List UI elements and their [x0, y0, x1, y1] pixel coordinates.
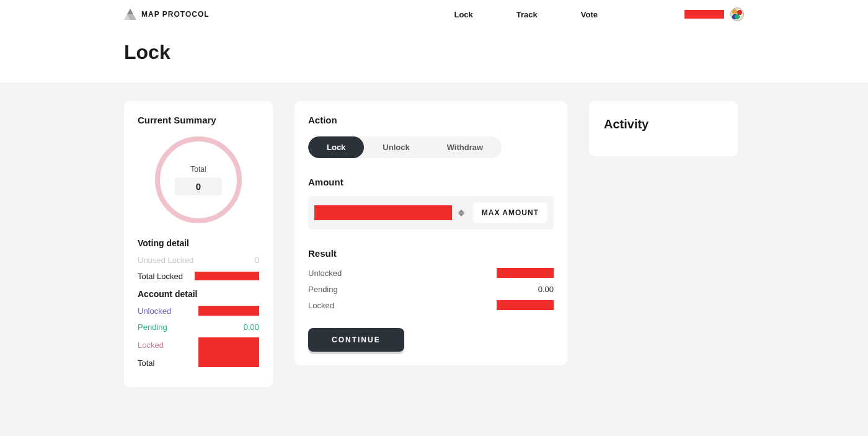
- action-heading: Action: [308, 115, 554, 125]
- topbar: MAP PROTOCOL Lock Track Vote: [124, 0, 744, 29]
- page-title: Lock: [124, 41, 744, 64]
- unused-locked-value: 0: [255, 256, 259, 265]
- summary-card: Current Summary Total 0 Voting detail Un…: [124, 101, 273, 387]
- logo-icon: [124, 9, 136, 20]
- amount-stepper[interactable]: [458, 210, 467, 216]
- total-locked-label: Total Locked: [138, 272, 183, 281]
- result-locked-label: Locked: [308, 301, 334, 310]
- tab-unlock[interactable]: Unlock: [364, 136, 428, 158]
- chevron-up-icon[interactable]: [458, 210, 464, 213]
- tab-withdraw[interactable]: Withdraw: [428, 136, 502, 158]
- nav-lock[interactable]: Lock: [454, 10, 472, 19]
- amount-input-redacted[interactable]: [314, 205, 452, 220]
- result-pending-value: 0.00: [538, 285, 554, 294]
- result-heading: Result: [308, 248, 554, 259]
- result-unlocked-value-redacted: [497, 268, 554, 278]
- total-ring: Total 0: [155, 136, 242, 223]
- action-tabs: Lock Unlock Withdraw: [308, 136, 502, 158]
- page-title-wrap: Lock: [124, 41, 744, 64]
- tab-lock[interactable]: Lock: [308, 136, 364, 158]
- unused-locked-label: Unused Locked: [138, 256, 193, 265]
- ring-label: Total: [190, 165, 206, 174]
- avatar-icon: [730, 7, 744, 21]
- account-pending-label: Pending: [138, 323, 167, 332]
- result-locked-value-redacted: [497, 300, 554, 310]
- max-amount-button[interactable]: MAX AMOUNT: [473, 202, 547, 223]
- nav-vote[interactable]: Vote: [581, 10, 598, 19]
- result-pending-label: Pending: [308, 285, 338, 294]
- summary-heading: Current Summary: [138, 115, 259, 125]
- chevron-down-icon[interactable]: [458, 213, 464, 216]
- nav-track[interactable]: Track: [516, 10, 538, 19]
- account-locked-label: Locked: [138, 340, 164, 350]
- account-detail-heading: Account detail: [138, 289, 259, 299]
- action-card: Action Lock Unlock Withdraw Amount MAX A…: [294, 101, 567, 365]
- result-list: Unlocked Pending 0.00 Locked: [308, 267, 554, 311]
- account-address-redacted: [684, 10, 724, 19]
- page-body: Current Summary Total 0 Voting detail Un…: [0, 82, 868, 436]
- account-unlocked-label: Unlocked: [138, 306, 171, 316]
- ring-value: 0: [175, 177, 222, 195]
- total-locked-value-redacted: [195, 272, 259, 280]
- result-unlocked-label: Unlocked: [308, 269, 342, 278]
- brand-text: MAP PROTOCOL: [141, 10, 210, 19]
- activity-heading: Activity: [604, 117, 723, 131]
- account-unlocked-value-redacted: [198, 306, 259, 316]
- activity-card: Activity: [589, 101, 738, 156]
- amount-input-row: MAX AMOUNT: [308, 196, 554, 229]
- amount-heading: Amount: [308, 177, 554, 187]
- account-total-label: Total: [138, 358, 154, 368]
- nav: Lock Track Vote: [454, 7, 744, 21]
- account-pending-value: 0.00: [244, 323, 259, 332]
- brand-logo[interactable]: MAP PROTOCOL: [124, 9, 210, 20]
- continue-button[interactable]: CONTINUE: [308, 328, 404, 352]
- account-widget[interactable]: [684, 7, 744, 21]
- account-locked-total-value-redacted: [198, 337, 259, 367]
- voting-detail-heading: Voting detail: [138, 238, 259, 248]
